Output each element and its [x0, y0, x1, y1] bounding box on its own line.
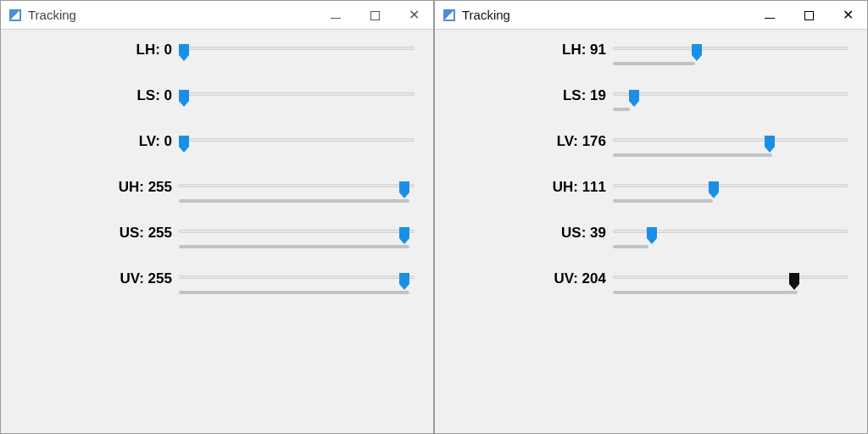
window-title: Tracking: [28, 8, 76, 22]
track-progress: [613, 108, 630, 111]
track-upper: [179, 138, 415, 142]
app-icon: [443, 9, 455, 21]
trackbar-row-us: US: 39: [443, 225, 859, 243]
trackbar-row-uv: UV: 255: [9, 270, 425, 289]
trackbar-label: UV: 204: [443, 270, 613, 287]
trackbar-label: UV: 255: [9, 270, 179, 287]
trackbar-row-ls: LS: 0: [9, 87, 425, 106]
trackbar-label: LH: 0: [9, 42, 179, 58]
close-button[interactable]: ✕: [828, 1, 867, 30]
trackbar-label: US: 255: [9, 225, 179, 242]
trackbar-row-uh: UH: 111: [443, 179, 859, 198]
trackbar-label: US: 39: [443, 225, 613, 242]
slider-thumb[interactable]: [628, 89, 640, 108]
track-upper: [613, 184, 849, 187]
track-upper: [179, 47, 415, 50]
track-upper: [613, 47, 849, 50]
trackbar-lh[interactable]: [613, 42, 859, 60]
trackbar-row-lh: LH: 0: [9, 42, 425, 60]
slider-thumb[interactable]: [398, 181, 410, 199]
trackbar-label: LV: 0: [9, 133, 179, 150]
slider-thumb[interactable]: [764, 135, 776, 153]
track-upper: [613, 275, 849, 279]
track-upper: [179, 230, 415, 233]
slider-thumb[interactable]: [178, 43, 190, 62]
trackbar-label: UH: 255: [9, 179, 179, 196]
track-progress: [179, 245, 409, 248]
minimize-button[interactable]: [316, 1, 355, 30]
slider-thumb[interactable]: [646, 226, 658, 245]
slider-thumb[interactable]: [178, 89, 190, 108]
slider-thumb[interactable]: [398, 226, 410, 245]
trackbar-label: LS: 0: [9, 87, 179, 104]
client-area: LH: 0 LS: 0 LV: 0 UH: 255 US: 255 UV: 25…: [1, 30, 433, 325]
trackbar-lh[interactable]: [179, 42, 425, 60]
trackbar-uh[interactable]: [613, 179, 859, 198]
trackbar-row-lv: LV: 0: [9, 133, 425, 152]
window-right: Tracking ✕ LH: 91 LS: 19 LV: 176 UH: 111…: [434, 0, 868, 434]
trackbar-row-uh: UH: 255: [9, 179, 425, 198]
trackbar-row-us: US: 255: [9, 225, 425, 243]
trackbar-lv[interactable]: [613, 133, 859, 152]
trackbar-ls[interactable]: [613, 87, 859, 106]
trackbar-uv[interactable]: [179, 270, 425, 289]
track-progress: [613, 199, 713, 203]
trackbar-row-uv: UV: 204: [443, 270, 859, 289]
trackbar-label: LS: 19: [443, 87, 613, 104]
trackbar-label: LH: 91: [443, 42, 613, 58]
trackbar-row-lv: LV: 176: [443, 133, 859, 152]
trackbar-ls[interactable]: [179, 87, 425, 106]
window-title: Tracking: [462, 8, 510, 22]
trackbar-us[interactable]: [613, 225, 859, 243]
window-buttons: ✕: [750, 1, 867, 30]
close-button[interactable]: ✕: [394, 1, 433, 30]
titlebar[interactable]: Tracking ✕: [435, 1, 867, 30]
trackbar-label: LV: 176: [443, 133, 613, 150]
trackbar-label: UH: 111: [443, 179, 613, 196]
trackbar-row-lh: LH: 91: [443, 42, 859, 60]
window-left: Tracking ✕ LH: 0 LS: 0 LV: 0 UH: 255 US:…: [0, 0, 434, 434]
slider-thumb[interactable]: [178, 135, 190, 153]
trackbar-lv[interactable]: [179, 133, 425, 152]
client-area: LH: 91 LS: 19 LV: 176 UH: 111 US: 39 UV:…: [435, 30, 867, 325]
track-progress: [613, 245, 648, 248]
track-upper: [179, 275, 415, 279]
track-upper: [613, 92, 849, 96]
app-icon: [9, 9, 21, 21]
trackbar-uv[interactable]: [613, 270, 859, 289]
trackbar-uh[interactable]: [179, 179, 425, 198]
track-progress: [179, 291, 409, 294]
track-progress: [179, 199, 409, 203]
maximize-button[interactable]: [789, 1, 828, 30]
track-upper: [613, 138, 849, 142]
trackbar-us[interactable]: [179, 225, 425, 243]
track-upper: [179, 92, 415, 96]
minimize-button[interactable]: [750, 1, 789, 30]
slider-thumb[interactable]: [691, 43, 703, 62]
trackbar-row-ls: LS: 19: [443, 87, 859, 106]
track-progress: [613, 291, 798, 294]
track-upper: [179, 184, 415, 187]
slider-thumb[interactable]: [708, 181, 720, 199]
slider-thumb[interactable]: [788, 272, 800, 291]
window-buttons: ✕: [316, 1, 433, 30]
maximize-button[interactable]: [355, 1, 394, 30]
titlebar[interactable]: Tracking ✕: [1, 1, 433, 30]
slider-thumb[interactable]: [398, 272, 410, 291]
track-progress: [613, 62, 695, 65]
track-progress: [613, 153, 772, 157]
